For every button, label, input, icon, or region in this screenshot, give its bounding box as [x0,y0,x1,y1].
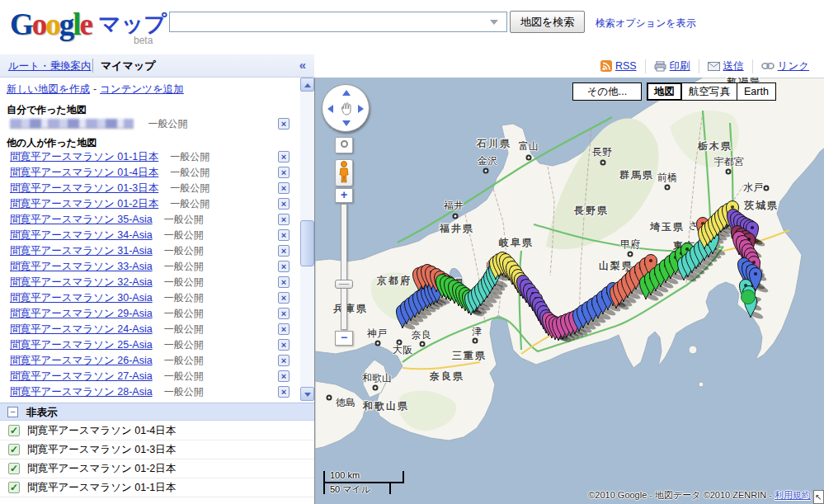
logo-letter: l [73,7,79,41]
resize-corner-button[interactable]: ↖ [813,490,824,504]
remove-item-button[interactable]: × [278,198,290,210]
map-type-button[interactable]: その他... [572,82,642,101]
hidden-section-title: 非表示 [26,406,58,420]
map-item-link[interactable]: 間寛平アースマラソン 01-4日本 [10,167,158,178]
terms-link[interactable]: 利用規約 [775,490,811,500]
remove-item-button[interactable]: × [278,308,290,319]
search-input[interactable] [169,12,507,32]
remove-item-button[interactable]: × [278,292,290,304]
scale-bar: 100 km 50 マイル [323,471,422,496]
scale-miles-label: 50 マイル [330,483,370,496]
map-item-link[interactable]: 間寛平アースマラソン 33-Asia [10,261,153,272]
google-logo: Google [10,7,92,41]
chain-link-icon [761,62,775,70]
map-list-item: 間寛平アースマラソン 25-Asia一般公開× [0,337,299,353]
send-link-group: 送信 [699,59,752,73]
remove-item-button[interactable]: × [278,118,290,130]
pan-left-icon[interactable] [327,105,333,113]
map-item-link[interactable]: 間寛平アースマラソン 30-Asia [10,292,153,304]
pan-right-icon[interactable] [358,105,364,113]
copyright-text: ©2010 Google - 地図データ ©2010 ZENRIN - [588,490,775,500]
checkbox-checked[interactable]: ✓ [8,463,20,474]
my-maps-heading: 自分で作った地図 [7,103,299,115]
search-map-button[interactable]: 地図を検索 [510,11,585,33]
map-list-item: 間寛平アースマラソン 29-Asia一般公開× [0,306,299,322]
tab-directions[interactable]: ルート・乗換案内 [8,59,92,73]
checkbox-checked[interactable]: ✓ [8,482,20,493]
zoom-out-button[interactable]: − [335,331,353,346]
map-item-link[interactable]: 間寛平アースマラソン 26-Asia [10,355,153,366]
remove-item-button[interactable]: × [278,167,290,178]
zoom-in-button[interactable]: + [335,188,353,203]
print-link[interactable]: 印刷 [670,59,690,73]
scroll-thumb[interactable] [300,220,314,266]
remove-item-button[interactable]: × [278,323,290,335]
zoom-slider-handle[interactable] [335,280,353,289]
remove-item-button[interactable]: × [278,355,290,366]
others-maps-list: 間寛平アースマラソン 01-1日本一般公開×間寛平アースマラソン 01-4日本一… [0,149,299,401]
map-item-link[interactable]: 間寛平アースマラソン 24-Asia [10,323,153,335]
checkbox-checked[interactable]: ✓ [8,444,20,455]
remove-item-button[interactable]: × [278,229,290,241]
streetview-pegman-button[interactable] [335,159,353,186]
sidebar-collapse-button[interactable]: « [299,58,306,72]
tab-mymaps[interactable]: マイマップ [101,59,156,73]
send-link[interactable]: 送信 [723,59,744,73]
scroll-up-button[interactable] [300,78,314,92]
censored-map-title[interactable] [10,119,134,129]
map-type-button[interactable]: 地図 [647,82,682,101]
remove-item-button[interactable]: × [278,370,290,382]
link-link[interactable]: リンク [778,59,809,73]
scroll-down-button[interactable] [300,387,314,401]
map-item-link[interactable]: 間寛平アースマラソン 35-Asia [10,214,153,225]
zoom-slider-track[interactable] [341,204,347,330]
remove-item-button[interactable]: × [278,245,290,257]
search-dropdown-arrow-icon[interactable] [490,20,498,25]
map-item-link[interactable]: 間寛平アースマラソン 32-Asia [10,276,153,288]
remove-item-button[interactable]: × [278,386,290,398]
map-item-link[interactable]: 間寛平アースマラソン 31-Asia [10,245,153,257]
remove-item-button[interactable]: × [278,214,290,225]
collapse-section-button[interactable]: − [7,407,18,417]
map-item-link[interactable]: 間寛平アースマラソン 34-Asia [10,229,153,241]
visibility-label: 一般公開 [164,339,204,351]
map-item-link[interactable]: 間寛平アースマラソン 01-1日本 [10,151,158,163]
remove-item-button[interactable]: × [278,261,290,272]
pan-control[interactable] [322,84,370,132]
map-canvas[interactable]: 新潟県石川県栃木県群馬県茨城県福井県長野県埼玉県東京都山梨県神奈川県岐阜県京都府… [314,78,824,504]
map-type-button[interactable]: Earth [737,82,776,101]
sidebar-scrollbar[interactable] [300,78,314,401]
map-item-link[interactable]: 間寛平アースマラソン 29-Asia [10,308,153,319]
remove-item-button[interactable]: × [278,339,290,351]
printer-icon [654,61,666,72]
add-content-link[interactable]: コンテンツを追加 [100,83,184,95]
map-ball-marker[interactable] [742,290,756,304]
map-item-link[interactable]: 間寛平アースマラソン 28-Asia [10,386,153,398]
beta-label: beta [134,35,153,46]
remove-item-button[interactable]: × [278,151,290,163]
create-map-link[interactable]: 新しい地図を作成 [7,83,90,95]
remove-item-button[interactable]: × [278,276,290,288]
map-type-buttons: その他...地図航空写真Earth [572,82,776,101]
search-options-link[interactable]: 検索オプションを表示 [596,16,696,31]
hidden-section-header[interactable]: − 非表示 [0,403,314,421]
checkbox-checked[interactable]: ✓ [8,425,20,436]
maps-list: 新しい地図を作成-コンテンツを追加 自分で作った地図 一般公開 × 他の人が作っ… [0,78,299,401]
remove-item-button[interactable]: × [278,182,290,194]
map-item-link[interactable]: 間寛平アースマラソン 01-3日本 [10,182,158,194]
recenter-button[interactable] [335,137,353,153]
pan-down-icon[interactable] [342,120,351,126]
hidden-list-item: ✓間寛平アースマラソン 01-1日本 [0,478,314,497]
hand-icon [338,101,355,117]
pan-up-icon[interactable] [342,90,351,96]
map-type-button[interactable]: 航空写真 [681,82,737,101]
map-item-link[interactable]: 間寛平アースマラソン 25-Asia [10,339,153,351]
rss-link[interactable]: RSS [615,60,637,72]
hidden-maps-list: ✓間寛平アースマラソン 01-4日本✓間寛平アースマラソン 01-3日本✓間寛平… [0,422,314,497]
hidden-list-item: ✓間寛平アースマラソン 01-4日本 [0,422,314,440]
map-item-link[interactable]: 間寛平アースマラソン 27-Asia [10,370,153,382]
hidden-list-item: ✓間寛平アースマラソン 01-3日本 [0,440,314,459]
google-maps-app: Googleマップ beta 地図を検索 検索オプションを表示 ルート・乗換案内… [0,0,824,504]
hidden-item-label: 間寛平アースマラソン 01-3日本 [27,443,176,457]
map-item-link[interactable]: 間寛平アースマラソン 01-2日本 [10,198,158,210]
